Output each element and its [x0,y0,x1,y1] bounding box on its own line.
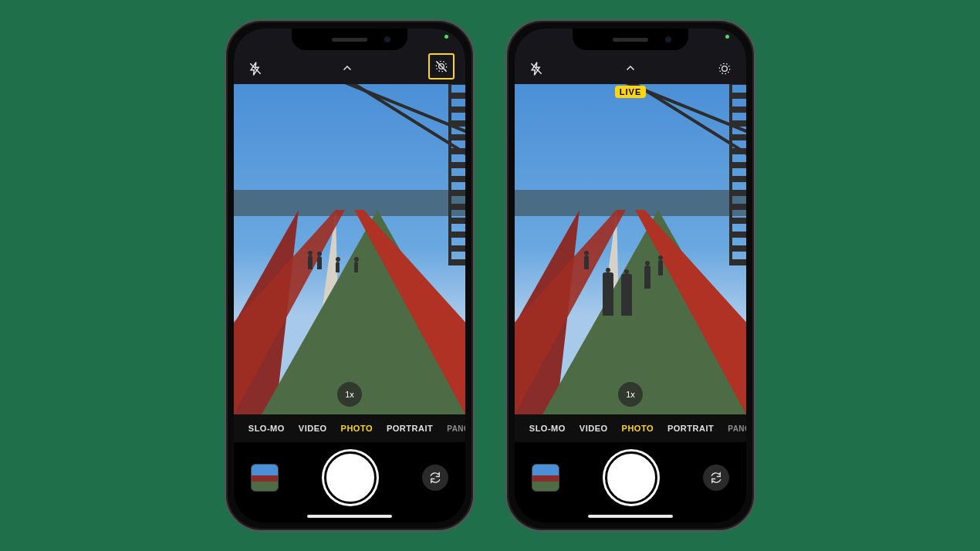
front-camera-dot [384,36,390,42]
phone-left: 1x E SLO-MO VIDEO PHOTO PORTRAIT PANO [225,19,475,532]
mode-fragment-left: E [234,424,235,433]
live-badge-row: LIVE [515,86,746,98]
zoom-control: 1x [337,382,362,407]
camera-switch-button[interactable] [422,465,448,491]
scene-bridge [515,84,746,414]
zoom-1x-button[interactable]: 1x [618,382,643,407]
home-indicator[interactable] [588,515,673,518]
zoom-control: 1x [618,382,643,407]
mode-fragment-left: E [515,424,515,433]
mode-pano[interactable]: PANO [447,424,465,433]
live-photo-off-icon[interactable] [428,53,455,79]
camera-switch-button[interactable] [703,465,729,491]
scene-bridge [234,84,465,414]
last-photo-thumbnail[interactable] [251,464,279,492]
live-badge: LIVE [615,86,646,98]
notch [573,29,688,50]
mode-video[interactable]: VIDEO [580,424,608,433]
svg-point-5 [722,66,728,72]
screen: LIVE [515,29,746,522]
chevron-up-icon[interactable] [336,58,358,79]
home-indicator[interactable] [307,515,392,518]
mode-portrait[interactable]: PORTRAIT [667,424,714,433]
flash-off-icon[interactable] [525,58,547,79]
mode-video[interactable]: VIDEO [299,424,327,433]
last-photo-thumbnail[interactable] [532,464,559,492]
mode-slomo[interactable]: SLO-MO [248,424,285,433]
speaker-slot [613,38,648,42]
flash-off-icon[interactable] [245,58,266,79]
shutter-button[interactable] [605,451,657,504]
mode-portrait[interactable]: PORTRAIT [387,424,433,433]
camera-bottom-bar [234,442,465,522]
mode-slomo[interactable]: SLO-MO [529,424,566,433]
shutter-button[interactable] [324,451,377,504]
mode-photo[interactable]: PHOTO [341,424,373,433]
privacy-indicator-dot [725,35,729,39]
viewfinder[interactable] [234,84,465,414]
screen: 1x E SLO-MO VIDEO PHOTO PORTRAIT PANO [234,29,465,522]
svg-line-3 [436,61,446,71]
mode-photo[interactable]: PHOTO [622,424,654,433]
phone-right: LIVE [505,19,755,532]
zoom-1x-button[interactable]: 1x [337,382,362,407]
live-photo-on-icon[interactable] [714,58,735,79]
svg-point-6 [719,63,729,73]
front-camera-dot [665,36,671,42]
stage: 1x E SLO-MO VIDEO PHOTO PORTRAIT PANO [0,0,980,551]
mode-selector[interactable]: E SLO-MO VIDEO PHOTO PORTRAIT PANO [515,414,746,442]
speaker-slot [332,38,367,42]
mode-pano[interactable]: PANO [728,424,746,433]
privacy-indicator-dot [444,35,448,39]
viewfinder[interactable] [515,84,746,414]
mode-selector[interactable]: E SLO-MO VIDEO PHOTO PORTRAIT PANO [234,414,465,442]
chevron-up-icon[interactable] [620,58,641,79]
notch [292,29,407,50]
camera-bottom-bar [515,442,746,522]
